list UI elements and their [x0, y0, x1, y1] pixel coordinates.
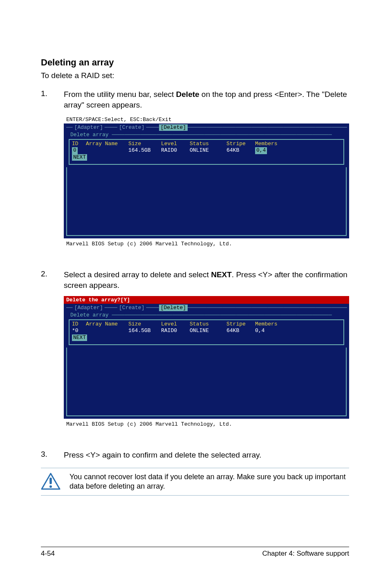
hdr-status: Status — [190, 141, 226, 147]
tab-line: ──── — [146, 124, 159, 131]
step-1-number: 1. — [41, 89, 64, 110]
caution-text: You cannot recover lost data if you dele… — [69, 472, 349, 491]
bios1-hint-bar: ENTER/SPACE:Select, ESC:Back/Exit — [64, 116, 349, 123]
step-1: 1. From the utility menu bar, select Del… — [41, 89, 349, 110]
cell-name — [86, 147, 128, 154]
page-footer: 4-54 Chapter 4: Software support — [41, 547, 349, 558]
tab-adapter[interactable]: [Adapter] — [73, 124, 105, 131]
step-3-text: Press <Y> again to confirm and delete th… — [64, 450, 349, 460]
tab-create[interactable]: [Create] — [117, 124, 146, 131]
tab-line: ────────────────────────────────────────… — [188, 305, 347, 311]
hdr-id: ID — [72, 141, 86, 147]
bios-screenshot-1: ENTER/SPACE:Select, ESC:Back/Exit ── [Ad… — [64, 116, 349, 249]
hdr-stripe: Stripe — [226, 321, 255, 328]
chapter-label: Chapter 4: Software support — [262, 550, 349, 558]
step-2-pre: Select a desired array to delete and sel… — [64, 270, 211, 279]
cell-stripe: 64KB — [226, 328, 255, 334]
hdr-size: Size — [128, 321, 161, 328]
hdr-members: Members — [255, 141, 288, 147]
bios1-tabs: ── [Adapter] ──── [Create] ──── [Delete]… — [66, 123, 347, 131]
panel-label: Delete array ───────────────────────────… — [66, 132, 347, 138]
svg-rect-0 — [49, 478, 52, 484]
step-1-bold: Delete — [176, 90, 199, 99]
table-row[interactable]: *0 164.5GB RAID0 ONLINE 64KB 0,4 — [72, 328, 341, 334]
tab-delete-selected[interactable]: [Delete] — [159, 124, 188, 131]
bios2-footer: Marvell BIOS Setup (c) 2006 Marvell Tech… — [64, 419, 349, 429]
table-header: ID Array Name Size Level Status Stripe M… — [72, 141, 341, 147]
tab-line: ── — [66, 124, 73, 131]
hdr-stripe: Stripe — [226, 141, 255, 147]
cell-level: RAID0 — [161, 328, 190, 334]
tab-delete-selected[interactable]: [Delete] — [159, 305, 188, 311]
bios1-footer: Marvell BIOS Setup (c) 2006 Marvell Tech… — [64, 238, 349, 249]
tab-adapter[interactable]: [Adapter] — [73, 305, 105, 311]
bios1-empty-area — [66, 167, 347, 236]
hdr-name: Array Name — [86, 321, 128, 328]
tab-line: ──── — [105, 124, 117, 131]
tab-line: ────────────────────────────────────────… — [188, 124, 347, 131]
next-button[interactable]: NEXT — [72, 154, 87, 161]
svg-point-1 — [49, 485, 52, 488]
panel-label: Delete array ───────────────────────────… — [66, 312, 347, 319]
next-button-selected[interactable]: NEXT — [72, 334, 87, 341]
hdr-id: ID — [72, 321, 86, 328]
bios-screenshot-2: Delete the array?[Y] ── [Adapter] ──── [… — [64, 296, 349, 429]
step-2-bold: NEXT — [211, 270, 232, 279]
cell-status: ONLINE — [190, 147, 226, 154]
next-row[interactable]: NEXT — [72, 334, 341, 341]
bios1-body: ── [Adapter] ──── [Create] ──── [Delete]… — [64, 123, 349, 238]
step-2-text: Select a desired array to delete and sel… — [64, 269, 349, 290]
bios2-tabs: ── [Adapter] ──── [Create] ──── [Delete]… — [66, 304, 347, 311]
bios2-array-list: ID Array Name Size Level Status Stripe M… — [69, 319, 344, 345]
step-3: 3. Press <Y> again to confirm and delete… — [41, 450, 349, 460]
hdr-level: Level — [161, 141, 190, 147]
bios2-empty-area — [66, 348, 347, 416]
step-1-text: From the utility menu bar, select Delete… — [64, 89, 349, 110]
tab-create[interactable]: [Create] — [117, 305, 146, 311]
cell-level: RAID0 — [161, 147, 190, 154]
intro-text: To delete a RAID set: — [41, 71, 349, 80]
hdr-level: Level — [161, 321, 190, 328]
cell-size: 164.5GB — [128, 147, 161, 154]
step-2-number: 2. — [41, 269, 64, 290]
step-3-number: 3. — [41, 450, 64, 460]
caution-icon — [41, 473, 61, 491]
cell-id: *0 — [72, 328, 86, 334]
cell-stripe: 64KB — [226, 147, 255, 154]
tab-line: ──── — [105, 305, 117, 311]
section-title: Deleting an array — [41, 57, 349, 68]
bios1-array-list: ID Array Name Size Level Status Stripe M… — [69, 139, 344, 165]
cell-members: 0,4 — [255, 147, 267, 154]
table-row[interactable]: 0 164.5GB RAID0 ONLINE 64KB 0,4 — [72, 147, 341, 154]
hdr-size: Size — [128, 141, 161, 147]
step-1-pre: From the utility menu bar, select — [64, 90, 176, 99]
cell-id: 0 — [72, 147, 78, 154]
cell-size: 164.5GB — [128, 328, 161, 334]
tab-line: ── — [66, 305, 73, 311]
step-2: 2. Select a desired array to delete and … — [41, 269, 349, 290]
cell-status: ONLINE — [190, 328, 226, 334]
cell-members: 0,4 — [255, 328, 288, 334]
tab-line: ──── — [146, 305, 159, 311]
next-row[interactable]: NEXT — [72, 154, 341, 161]
bios2-prompt-bar: Delete the array?[Y] — [64, 296, 349, 303]
table-header: ID Array Name Size Level Status Stripe M… — [72, 321, 341, 328]
hdr-name: Array Name — [86, 141, 128, 147]
caution-note: You cannot recover lost data if you dele… — [41, 468, 349, 496]
page-number: 4-54 — [41, 550, 55, 558]
hdr-status: Status — [190, 321, 226, 328]
bios2-body: ── [Adapter] ──── [Create] ──── [Delete]… — [64, 304, 349, 419]
cell-name — [86, 328, 128, 334]
hdr-members: Members — [255, 321, 288, 328]
